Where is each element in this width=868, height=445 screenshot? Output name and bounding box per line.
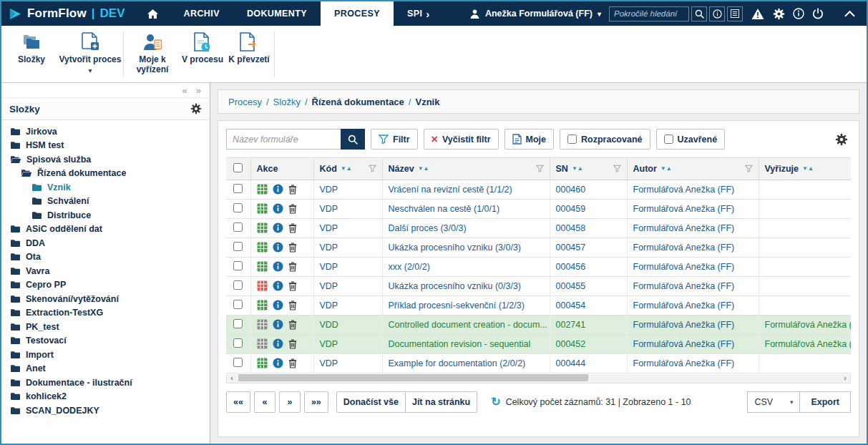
folder-tree-item[interactable]: PK_test bbox=[1, 320, 210, 334]
select-all-checkbox-header[interactable] bbox=[226, 158, 250, 180]
table-row[interactable]: VDP Ukázka procesního vzniku (0/3/3) 000… bbox=[226, 276, 851, 295]
row-checkbox[interactable] bbox=[233, 280, 243, 290]
table-row[interactable]: VDP Příklad procesní-sekvenční (1/2/3) 0… bbox=[226, 295, 851, 315]
info-icon[interactable] bbox=[273, 242, 283, 253]
folder-tree-item[interactable]: Extraction-TestXG bbox=[1, 306, 210, 321]
delete-trash-icon[interactable] bbox=[288, 223, 297, 233]
table-row[interactable]: VDP Neschválen na cestě (1/0/1) 000459 F… bbox=[226, 199, 851, 218]
cell-kod[interactable]: VDP bbox=[313, 295, 382, 315]
toolbar-takeover-button[interactable]: K převzetí bbox=[225, 26, 273, 82]
nav-home-button[interactable] bbox=[135, 1, 170, 26]
row-checkbox[interactable] bbox=[233, 338, 243, 348]
form-status-icon[interactable] bbox=[257, 300, 268, 310]
cell-nazev[interactable]: Vrácení na revizní cestě (1/1/2) bbox=[382, 180, 550, 199]
delete-trash-icon[interactable] bbox=[288, 204, 297, 214]
form-status-icon[interactable] bbox=[257, 358, 268, 368]
uzavrene-filter-button[interactable]: Uzavřené bbox=[656, 129, 726, 150]
delete-trash-icon[interactable] bbox=[288, 243, 297, 253]
sidebar-collapse-left[interactable]: « bbox=[182, 85, 187, 96]
sort-icons[interactable]: ▼▲ bbox=[572, 165, 583, 172]
sidebar-collapse-right[interactable]: » bbox=[196, 85, 201, 96]
cell-nazev[interactable]: Neschválen na cestě (1/0/1) bbox=[382, 199, 550, 218]
delete-trash-icon[interactable] bbox=[288, 262, 297, 272]
sort-icons[interactable]: ▼▲ bbox=[341, 165, 352, 172]
row-checkbox[interactable] bbox=[233, 222, 243, 232]
nav-item-dokumenty[interactable]: DOKUMENTY bbox=[233, 1, 321, 26]
form-status-icon[interactable] bbox=[257, 280, 268, 291]
folder-tree-item[interactable]: Skenování/vytěžování bbox=[1, 292, 210, 306]
rozpracovane-checkbox[interactable] bbox=[567, 135, 577, 144]
delete-trash-icon[interactable] bbox=[288, 320, 297, 330]
column-header-autor[interactable]: Autor▼▲ bbox=[627, 158, 759, 180]
global-search-input[interactable] bbox=[609, 6, 689, 21]
folder-tree-item[interactable]: Cepro PP bbox=[1, 278, 210, 293]
search-list-button[interactable] bbox=[727, 6, 743, 21]
column-header-kod[interactable]: Kód▼▲ bbox=[313, 158, 382, 180]
clear-filter-button[interactable]: × Vyčistit filtr bbox=[424, 129, 499, 150]
horizontal-scrollbar[interactable]: ‹ › bbox=[226, 374, 851, 383]
select-all-checkbox[interactable] bbox=[233, 163, 243, 172]
export-format-select[interactable]: CSV ▾ bbox=[747, 391, 800, 413]
column-header-sn[interactable]: SN▼▲ bbox=[550, 158, 627, 180]
toolbar-folders-button[interactable]: Složky bbox=[4, 26, 59, 82]
sort-icons[interactable]: ▼▲ bbox=[418, 165, 429, 172]
toolbar-my-tasks-button[interactable]: Moje k vyřízení bbox=[125, 26, 180, 82]
search-submit-button[interactable] bbox=[691, 6, 707, 21]
nav-item-archiv[interactable]: ARCHIV bbox=[170, 1, 233, 26]
delete-trash-icon[interactable] bbox=[288, 358, 297, 368]
folder-tree-item[interactable]: ASiC oddělení dat bbox=[1, 222, 210, 237]
folder-tree-item[interactable]: Vavra bbox=[1, 264, 210, 278]
collapse-header-button[interactable] bbox=[839, 11, 861, 17]
row-checkbox[interactable] bbox=[233, 203, 243, 212]
folder-tree-item[interactable]: Řízená dokumentace bbox=[1, 167, 210, 181]
refresh-icon[interactable]: ↻ bbox=[491, 396, 500, 408]
column-filter-funnel-icon[interactable] bbox=[536, 165, 544, 172]
info-icon[interactable] bbox=[273, 222, 283, 233]
cell-kod[interactable]: VDP bbox=[313, 238, 382, 257]
power-icon[interactable] bbox=[812, 8, 824, 19]
info-icon[interactable] bbox=[273, 203, 283, 214]
folder-tree-item[interactable]: Ota bbox=[1, 250, 210, 265]
cell-nazev[interactable]: Další proces (3/0/3) bbox=[382, 218, 550, 238]
scrollbar-thumb[interactable] bbox=[238, 374, 588, 381]
nav-item-spisy[interactable]: SPI› bbox=[394, 1, 444, 26]
folder-tree-item[interactable]: DDA bbox=[1, 236, 210, 250]
column-filter-funnel-icon[interactable] bbox=[369, 165, 376, 172]
form-name-search-button[interactable] bbox=[341, 129, 365, 150]
row-checkbox[interactable] bbox=[233, 319, 243, 328]
moje-filter-button[interactable]: Moje bbox=[504, 129, 554, 150]
info-icon[interactable] bbox=[273, 280, 283, 291]
table-row[interactable]: VDP xxx (2/0/2) 000456 Formulářová Anežk… bbox=[226, 257, 851, 276]
folder-tree-item[interactable]: Import bbox=[1, 348, 210, 362]
cell-nazev[interactable]: Ukázka procesního vzniku (3/0/3) bbox=[382, 238, 550, 257]
export-button[interactable]: Export bbox=[800, 391, 851, 413]
form-status-icon[interactable] bbox=[257, 242, 268, 253]
rozpracovane-filter-button[interactable]: Rozpracované bbox=[560, 129, 650, 150]
row-checkbox[interactable] bbox=[233, 184, 243, 193]
cell-kod[interactable]: VDP bbox=[313, 199, 382, 218]
table-row[interactable]: VDP Example for documentation (2/0/2) 00… bbox=[226, 353, 851, 373]
cell-nazev[interactable]: Controlled document creation - docum... bbox=[382, 315, 550, 334]
folder-tree-item[interactable]: Schválení bbox=[1, 195, 210, 209]
row-checkbox[interactable] bbox=[233, 300, 243, 309]
table-row[interactable]: VDD Controlled document creation - docum… bbox=[226, 315, 851, 334]
last-page-button[interactable]: »» bbox=[304, 391, 328, 413]
sort-icons[interactable]: ▼▲ bbox=[660, 165, 672, 172]
folder-tree-item[interactable]: HSM test bbox=[1, 139, 210, 153]
cell-kod[interactable]: VDP bbox=[313, 276, 382, 295]
form-name-search-input[interactable] bbox=[226, 129, 341, 150]
folder-tree-item[interactable]: SCAN_DODEJKY bbox=[1, 404, 210, 418]
cell-kod[interactable]: VDP bbox=[313, 257, 382, 276]
cell-kod[interactable]: VDP bbox=[313, 353, 382, 373]
scrollbar-track[interactable] bbox=[237, 373, 840, 383]
prev-page-button[interactable]: « bbox=[254, 391, 275, 413]
column-filter-funnel-icon[interactable] bbox=[745, 165, 753, 172]
form-status-icon[interactable] bbox=[257, 261, 268, 272]
cell-kod[interactable]: VDP bbox=[313, 218, 382, 238]
form-status-icon[interactable] bbox=[257, 203, 268, 214]
sort-icons[interactable]: ▼▲ bbox=[802, 165, 814, 172]
delete-trash-icon[interactable] bbox=[288, 300, 297, 310]
info-icon[interactable] bbox=[273, 300, 283, 310]
cell-nazev[interactable]: xxx (2/0/2) bbox=[382, 257, 550, 276]
column-header-vyrizuje[interactable]: Vyřizuje▼▲ bbox=[759, 158, 851, 180]
